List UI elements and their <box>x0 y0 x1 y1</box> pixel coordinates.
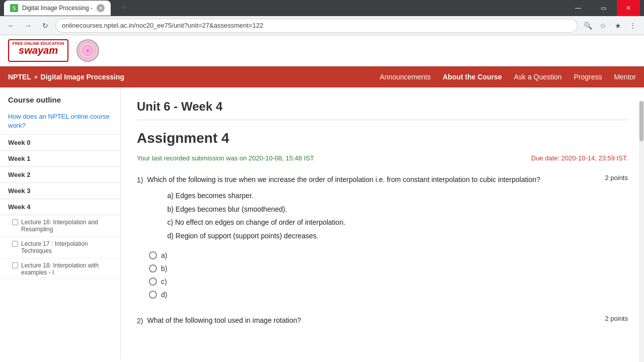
main-content: Unit 6 - Week 4 Assignment 4 Your last r… <box>121 87 644 359</box>
nav-announcements[interactable]: Announcements <box>380 73 431 81</box>
page-title: Unit 6 - Week 4 <box>137 100 628 114</box>
lecture-checkbox-16[interactable] <box>12 219 18 225</box>
question-1-header: 1) Which of the following is true when w… <box>137 174 628 243</box>
question-1-option-b: b) Edges becomes blur (smoothened). <box>167 204 540 215</box>
forward-button[interactable]: → <box>21 19 35 33</box>
radio-button-c[interactable] <box>149 278 157 286</box>
page-divider <box>137 120 628 120</box>
nav-progress[interactable]: Progress <box>574 73 602 81</box>
maximize-button[interactable]: ▭ <box>592 0 615 16</box>
bookmark-star-icon[interactable]: ☆ <box>596 19 610 33</box>
question-1-points: 2 points <box>605 174 628 182</box>
question-2-block: 2) What of the following tool used in im… <box>137 315 628 326</box>
nav-links: Announcements About the Course Ask a Que… <box>380 73 636 81</box>
sidebar-title: Course outline <box>0 96 120 108</box>
title-bar: S Digital Image Processing - - Uni ✕ + —… <box>0 0 644 16</box>
radio-button-d[interactable] <box>149 291 157 299</box>
question-1-option-d: d) Region of support (support points) de… <box>167 230 540 241</box>
site-header: FREE ONLINE EDUCATION swayam ✦ <box>0 35 644 66</box>
submission-row: Your last recorded submission was on 202… <box>137 154 628 164</box>
question-1-radio-options: a) b) c) d) <box>149 251 628 299</box>
address-bar-row: ← → ↻ onlinecourses.nptel.ac.in/noc20_ee… <box>0 16 644 35</box>
address-bar[interactable]: onlinecourses.nptel.ac.in/noc20_ee75/uni… <box>55 19 578 33</box>
radio-option-c[interactable]: c) <box>149 278 628 286</box>
lecture-checkbox-17[interactable] <box>12 241 18 247</box>
radio-option-a[interactable]: a) <box>149 251 628 259</box>
close-button[interactable]: ✕ <box>617 0 640 16</box>
swayam-logo[interactable]: FREE ONLINE EDUCATION swayam <box>8 39 68 62</box>
question-1-option-c: c) No effect on edges on change of order… <box>167 217 540 228</box>
question-1-text: Which of the following is true when we i… <box>147 174 540 243</box>
question-1-option-a: a) Edges becomes sharper. <box>167 190 540 201</box>
scroll-thumb[interactable] <box>639 101 643 141</box>
question-1-block: 1) Which of the following is true when w… <box>137 174 628 299</box>
refresh-button[interactable]: ↻ <box>38 19 52 33</box>
toolbar-icons: 🔍 ☆ ★ ⋮ <box>581 19 640 33</box>
sidebar-lecture-18[interactable]: Lecture 18: Interpolation with examples … <box>0 258 120 280</box>
sidebar-item-week3[interactable]: Week 3 <box>0 183 120 199</box>
radio-option-d[interactable]: d) <box>149 291 628 299</box>
question-2-number: 2) <box>137 317 143 325</box>
radio-option-b[interactable]: b) <box>149 264 628 273</box>
sidebar-how-nptel-link[interactable]: How does an NPTEL online course work? <box>0 108 120 135</box>
radio-label-b: b) <box>161 264 167 273</box>
due-date: Due date: 2020-10-14, 23:59 IST. <box>531 154 628 162</box>
sidebar: Course outline How does an NPTEL online … <box>0 87 121 359</box>
sidebar-lecture-16[interactable]: Lecture 16: Interpolation and Resampling <box>0 215 120 237</box>
tab-close-button[interactable]: ✕ <box>97 4 105 12</box>
assignment-title: Assignment 4 <box>137 130 628 146</box>
question-1-options: a) Edges becomes sharper. b) Edges becom… <box>167 190 540 241</box>
tab-title: Digital Image Processing - - Uni <box>22 5 93 12</box>
sidebar-lecture-17[interactable]: Lecture 17 : Interpolation Techniques <box>0 237 120 258</box>
search-icon[interactable]: 🔍 <box>581 19 595 33</box>
back-button[interactable]: ← <box>4 19 18 33</box>
tab-favicon: S <box>10 4 18 12</box>
sidebar-item-week2[interactable]: Week 2 <box>0 167 120 183</box>
question-2-text: What of the following tool used in image… <box>147 315 301 326</box>
radio-label-c: c) <box>161 278 167 286</box>
radio-button-a[interactable] <box>149 251 157 259</box>
breadcrumb-home[interactable]: NPTEL <box>8 73 31 81</box>
lecture-checkbox-18[interactable] <box>12 262 18 268</box>
nptel-badge: ✦ <box>76 39 99 62</box>
sidebar-item-week4[interactable]: Week 4 <box>0 199 120 215</box>
scrollbar[interactable] <box>639 101 644 359</box>
question-2-points: 2 points <box>605 315 628 322</box>
sidebar-item-week1[interactable]: Week 1 <box>0 151 120 167</box>
browser-tab[interactable]: S Digital Image Processing - - Uni ✕ <box>4 1 111 16</box>
radio-label-a: a) <box>161 251 167 259</box>
svg-text:✦: ✦ <box>86 49 90 53</box>
question-1-number: 1) <box>137 176 143 184</box>
question-2-header: 2) What of the following tool used in im… <box>137 315 628 326</box>
breadcrumb-separator: » <box>34 73 38 80</box>
url-text: onlinecourses.nptel.ac.in/noc20_ee75/uni… <box>62 22 263 29</box>
new-tab-button[interactable]: + <box>117 1 131 15</box>
navigation-bar: NPTEL » Digital Image Processing Announc… <box>0 66 644 87</box>
breadcrumb-course[interactable]: Digital Image Processing <box>41 73 125 81</box>
bookmark-icon[interactable]: ★ <box>611 19 625 33</box>
nav-about-course[interactable]: About the Course <box>443 73 502 81</box>
breadcrumb: NPTEL » Digital Image Processing <box>8 73 124 81</box>
menu-icon[interactable]: ⋮ <box>626 19 640 33</box>
radio-button-b[interactable] <box>149 264 157 273</box>
nav-mentor[interactable]: Mentor <box>614 73 636 81</box>
sidebar-item-week0[interactable]: Week 0 <box>0 135 120 151</box>
window-controls: — ▭ ✕ <box>567 0 640 16</box>
radio-label-d: d) <box>161 291 167 299</box>
nav-ask-question[interactable]: Ask a Question <box>514 73 561 81</box>
submission-info: Your last recorded submission was on 202… <box>137 154 314 162</box>
minimize-button[interactable]: — <box>567 0 590 16</box>
